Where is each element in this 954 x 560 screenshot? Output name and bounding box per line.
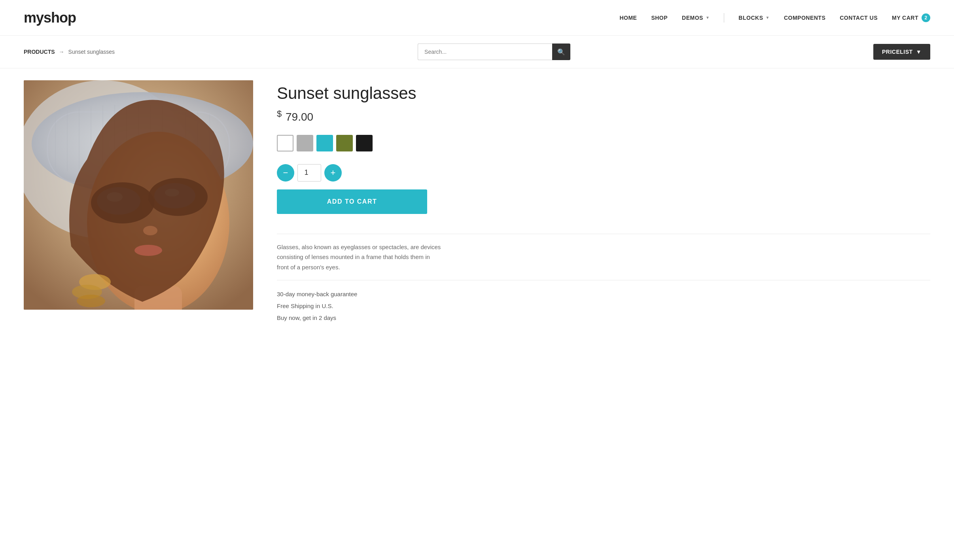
- breadcrumb-current: Sunset sunglasses: [68, 49, 115, 55]
- search-icon: 🔍: [557, 48, 565, 56]
- quantity-decrease-button[interactable]: −: [277, 164, 294, 182]
- quantity-row: − +: [277, 164, 930, 182]
- nav-item-contact[interactable]: CONTACT US: [840, 15, 878, 21]
- product-image-container: [24, 80, 253, 324]
- product-description: Glasses, also known as eyeglasses or spe…: [277, 242, 443, 272]
- quantity-increase-button[interactable]: +: [324, 164, 342, 182]
- nav-item-blocks[interactable]: BLOCKS ▼: [738, 15, 770, 21]
- nav-item-demos[interactable]: DEMOS ▼: [682, 15, 710, 21]
- add-to-cart-button[interactable]: ADD TO CART: [277, 189, 427, 214]
- pricelist-label: PRICELIST: [882, 49, 913, 55]
- quantity-input[interactable]: [297, 164, 321, 182]
- swatch-black[interactable]: [356, 135, 373, 151]
- pricelist-button[interactable]: PRICELIST ▼: [873, 44, 930, 60]
- pricelist-dropdown-icon: ▼: [916, 49, 922, 55]
- nav-divider-1: [724, 13, 724, 23]
- nav-item-shop[interactable]: SHOP: [651, 15, 668, 21]
- product-price: $ 79.00: [277, 109, 930, 123]
- swatch-gray[interactable]: [297, 135, 313, 151]
- svg-point-28: [134, 245, 162, 256]
- swatch-teal[interactable]: [316, 135, 333, 151]
- search-button[interactable]: 🔍: [552, 44, 570, 60]
- product-image: [24, 80, 253, 310]
- logo-my: my: [24, 9, 44, 26]
- product-details: Sunset sunglasses $ 79.00 − + ADD TO CAR…: [277, 80, 930, 324]
- product-image-svg: [24, 80, 253, 310]
- product-title: Sunset sunglasses: [277, 84, 930, 102]
- nav-item-components[interactable]: COMPONENTS: [784, 15, 825, 21]
- breadcrumb-arrow: →: [59, 49, 64, 55]
- search-container: 🔍: [418, 44, 570, 60]
- feature-3: Buy now, get in 2 days: [277, 312, 930, 324]
- minus-icon: −: [283, 168, 288, 178]
- svg-point-31: [77, 295, 105, 307]
- product-divider-2: [277, 280, 930, 280]
- search-input[interactable]: [418, 44, 552, 60]
- blocks-dropdown-icon: ▼: [765, 15, 769, 20]
- swatch-olive[interactable]: [336, 135, 353, 151]
- cart-label: MY CART: [892, 15, 918, 21]
- price-symbol: $: [277, 109, 282, 119]
- color-swatches: [277, 135, 930, 151]
- toolbar: PRODUCTS → Sunset sunglasses 🔍 PRICELIST…: [0, 36, 954, 68]
- price-value: 79.00: [286, 111, 313, 123]
- product-features: 30-day money-back guarantee Free Shippin…: [277, 288, 930, 324]
- logo[interactable]: myshop: [24, 9, 76, 26]
- logo-shop: shop: [44, 9, 76, 26]
- breadcrumb: PRODUCTS → Sunset sunglasses: [24, 49, 115, 55]
- nav-item-home[interactable]: HOME: [619, 15, 637, 21]
- header: myshop HOME SHOP DEMOS ▼ BLOCKS ▼ COMPON…: [0, 0, 954, 36]
- breadcrumb-products[interactable]: PRODUCTS: [24, 49, 55, 55]
- main-content: Sunset sunglasses $ 79.00 − + ADD TO CAR…: [0, 68, 954, 336]
- main-nav: HOME SHOP DEMOS ▼ BLOCKS ▼ COMPONENTS CO…: [619, 13, 930, 23]
- plus-icon: +: [331, 168, 336, 178]
- product-divider-1: [277, 234, 930, 234]
- nav-cart[interactable]: MY CART 2: [892, 13, 930, 22]
- svg-point-27: [143, 226, 157, 235]
- swatch-white[interactable]: [277, 135, 293, 151]
- demos-dropdown-icon: ▼: [706, 15, 710, 20]
- feature-2: Free Shipping in U.S.: [277, 300, 930, 312]
- cart-count: 2: [922, 13, 930, 22]
- feature-1: 30-day money-back guarantee: [277, 288, 930, 300]
